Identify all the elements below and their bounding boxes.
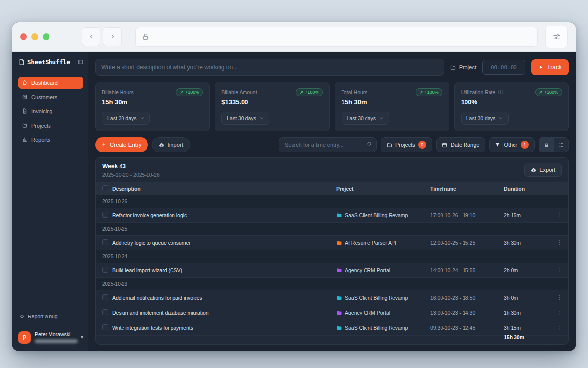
projects-count-badge: 0 [418, 141, 426, 149]
info-icon[interactable]: ⓘ [498, 89, 503, 96]
entry-timeframe: 17:00-10-26 - 19:10 [430, 212, 504, 218]
user-email-redacted [35, 339, 78, 343]
other-filter-label: Other [504, 142, 517, 148]
select-all-checkbox[interactable] [102, 185, 108, 191]
chevron-down-icon: ▾ [81, 334, 83, 340]
search-input[interactable] [279, 137, 377, 152]
address-bar[interactable] [135, 27, 538, 47]
table-footer-row: 15h 30m [96, 329, 568, 344]
column-timeframe: Timeframe [430, 186, 504, 192]
row-checkbox[interactable] [102, 294, 108, 300]
user-menu[interactable]: P Peter Morawski ▾ [18, 329, 83, 344]
close-window-button[interactable] [20, 33, 27, 40]
report-bug-button[interactable]: Report a bug [18, 312, 83, 321]
entry-project: Agency CRM Portal [336, 267, 430, 273]
locked-view-button[interactable] [539, 137, 554, 152]
row-checkbox[interactable] [102, 309, 108, 315]
create-entry-label: Create Entry [110, 142, 142, 148]
entry-duration: 3h 0m [504, 295, 551, 301]
sidebar-item-reports[interactable]: Reports [18, 133, 83, 146]
kebab-menu-icon[interactable]: ⋮ [551, 294, 568, 301]
kebab-menu-icon[interactable]: ⋮ [551, 239, 568, 246]
table-row[interactable]: Add retry logic to queue consumerAI Resu… [96, 235, 568, 250]
folder-icon [336, 295, 342, 301]
kebab-menu-icon[interactable]: ⋮ [551, 310, 568, 316]
forward-button[interactable] [103, 27, 122, 46]
window-controls [20, 33, 49, 40]
project-name: SaaS Client Billing Revamp [345, 212, 408, 218]
entry-project: SaaS Client Billing Revamp [336, 212, 430, 218]
sidebar-item-invoicing[interactable]: Invoicing [18, 105, 83, 117]
entry-description: Add retry logic to queue consumer [112, 240, 336, 246]
entry-duration: 1h 30m [504, 310, 551, 315]
app-logo-icon [18, 59, 24, 65]
project-select-button[interactable]: Project [450, 64, 477, 70]
table-row[interactable]: Design and implement database migrationA… [96, 305, 568, 320]
row-checkbox[interactable] [102, 239, 108, 245]
main-content: Project Track Billable Hours ↗+100% 15h … [88, 52, 576, 351]
stat-label: Billable Amount [221, 89, 257, 95]
panel-icon [78, 59, 83, 65]
date-range-dropdown[interactable]: Last 30 days [461, 112, 509, 125]
date-range-dropdown[interactable]: Last 30 days [102, 112, 150, 125]
sidebar-item-label: Dashboard [31, 80, 58, 86]
date-range-dropdown[interactable]: Last 30 days [221, 112, 270, 125]
entry-description: Design and implement database migration [112, 310, 336, 315]
sidebar-nav: Dashboard Customers Invoicing Projects R… [18, 77, 83, 146]
tune-icon [553, 33, 561, 41]
table-row[interactable]: Add email notifications for paid invoice… [96, 290, 568, 305]
sidebar-item-customers[interactable]: Customers [18, 91, 83, 103]
timer-input[interactable] [482, 60, 525, 75]
table-row[interactable]: Build lead import wizard (CSV)Agency CRM… [96, 263, 568, 278]
folder-icon [336, 240, 342, 246]
entry-project: Agency CRM Portal [336, 310, 430, 315]
sidebar-collapse-button[interactable] [78, 59, 83, 65]
date-range-filter-button[interactable]: Date Range [436, 137, 486, 152]
column-project: Project [336, 186, 430, 192]
other-filter-button[interactable]: Other 1 [489, 137, 535, 152]
week-table-card: Week 43 2025-10-20 - 2025-10-26 Export D… [95, 157, 569, 345]
tracker-bar: Project Track [95, 56, 569, 78]
chevron-down-icon [259, 116, 264, 121]
table-row[interactable]: Refactor invoice generation logicSaaS Cl… [96, 208, 568, 223]
row-checkbox[interactable] [102, 212, 108, 218]
track-button[interactable]: Track [531, 59, 569, 75]
row-checkbox[interactable] [102, 267, 108, 273]
list-view-button[interactable] [554, 137, 568, 152]
entry-timeframe: 13:00-10-23 - 14:30 [430, 310, 504, 315]
entry-description: Refactor invoice generation logic [112, 212, 336, 218]
projects-filter-button[interactable]: Projects 0 [381, 137, 432, 152]
stat-label: Utilization Rate ⓘ [461, 89, 503, 96]
kebab-menu-icon[interactable]: ⋮ [551, 267, 568, 273]
project-name: AI Resume Parser API [345, 240, 396, 246]
entry-duration: 2h 0m [504, 267, 551, 273]
import-button[interactable]: Import [152, 137, 191, 152]
folder-icon [22, 123, 27, 128]
folder-icon [336, 267, 342, 273]
trend-badge: ↗+100% [296, 88, 323, 96]
minimize-window-button[interactable] [31, 33, 38, 40]
user-name: Peter Morawski [35, 331, 77, 337]
projects-filter-label: Projects [395, 142, 415, 148]
trend-up-icon: ↗ [419, 90, 423, 95]
kebab-menu-icon[interactable]: ⋮ [551, 212, 568, 218]
chevron-right-icon [109, 33, 116, 40]
export-button[interactable]: Export [524, 163, 562, 177]
import-label: Import [168, 142, 184, 148]
play-icon [539, 65, 543, 70]
date-range-dropdown[interactable]: Last 30 days [342, 112, 390, 125]
stat-value: 100% [461, 98, 562, 105]
browser-settings-button[interactable] [545, 26, 568, 48]
sidebar-item-projects[interactable]: Projects [18, 119, 83, 131]
description-input[interactable] [95, 59, 444, 76]
other-count-badge: 1 [521, 141, 529, 149]
sidebar-item-dashboard[interactable]: Dashboard [18, 77, 83, 89]
app-root: SheetShuffle Dashboard Customers Invoici… [12, 52, 576, 351]
week-range: 2025-10-20 - 2025-10-26 [102, 172, 160, 178]
back-button[interactable] [82, 27, 100, 46]
range-label: Last 30 days [347, 115, 376, 121]
zoom-window-button[interactable] [43, 33, 49, 40]
create-entry-button[interactable]: Create Entry [95, 137, 148, 152]
sidebar: SheetShuffle Dashboard Customers Invoici… [12, 52, 88, 351]
entry-description: Build lead import wizard (CSV) [112, 267, 336, 273]
